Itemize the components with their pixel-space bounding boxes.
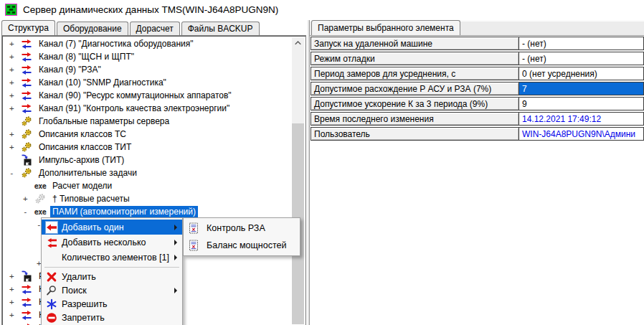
expand-toggle[interactable]: +: [9, 104, 21, 113]
expand-toggle[interactable]: +: [9, 285, 21, 294]
context-menu: Добавить один Добавить несколькоКоличест…: [41, 217, 183, 325]
tab-equipment[interactable]: Оборудование: [57, 22, 128, 35]
tree-item[interactable]: + Канал (8) "ЩСН и ЩПТ": [4, 50, 291, 63]
tab-structure[interactable]: Структура: [1, 20, 55, 35]
menu-item-label: Добавить один: [62, 222, 124, 232]
menu-item-label: Разрешить: [62, 299, 108, 309]
gears-icon: [21, 128, 32, 140]
asterisk-icon: [45, 298, 58, 311]
gears-gray-icon: [34, 193, 46, 204]
tree-item[interactable]: + Канал (7) "Диагностика оборудования": [4, 37, 291, 50]
submenu-arrow-icon: [174, 240, 177, 245]
tree-item[interactable]: + Описания классов ТС: [4, 128, 291, 141]
tree-item-label: Расчет модели: [50, 180, 114, 192]
gears-icon: [21, 116, 32, 127]
tree-item[interactable]: + Канал (91) "Контроль качества электроэ…: [4, 102, 291, 115]
blank-icon: [45, 251, 58, 264]
expand-toggle[interactable]: +: [9, 39, 21, 49]
right-tabbar: Параметры выбранного элемента: [310, 20, 644, 35]
channel-icon: [21, 322, 32, 325]
submenu-arrow-icon: [174, 225, 177, 230]
parameters-grid: Запуск на удаленной машине- (нет)Режим о…: [310, 35, 644, 325]
tree-item-label: Описания классов ТИТ: [37, 141, 133, 153]
tree-item-label: Канал (9) "РЗА": [37, 64, 103, 75]
expand-toggle[interactable]: +: [9, 91, 21, 100]
window-header: Сервер динамических данных TMS(WIN-J64A8…: [5, 2, 278, 17]
param-value[interactable]: WIN-J64A8PUGN9N\Админи: [519, 127, 644, 141]
param-label: Пользователь: [311, 127, 519, 141]
expand-toggle[interactable]: +: [9, 65, 21, 75]
tree-item[interactable]: + Канал (9) "РЗА": [4, 63, 291, 76]
param-label: Допустимое ускорение К за 3 периода (9%): [311, 97, 519, 110]
expand-toggle[interactable]: +: [9, 143, 21, 152]
expand-toggle[interactable]: +: [9, 130, 21, 139]
expand-toggle[interactable]: +: [23, 194, 34, 204]
tree-item[interactable]: + Канал (10) "SNMP Диагностика": [4, 76, 291, 89]
tree-item-label: Канал (90) "Ресурс коммутационных аппара…: [37, 90, 234, 101]
param-value[interactable]: - (нет): [519, 52, 644, 65]
tree-item[interactable]: Импульс-архив (ТИТ): [4, 154, 291, 166]
tree-item[interactable]: Глобальные параметры сервера: [4, 115, 291, 128]
param-value[interactable]: 7: [519, 82, 644, 95]
param-row-debug-mode: Режим отладки- (нет): [311, 52, 644, 67]
menu-item-deny[interactable]: Запретить: [42, 311, 182, 324]
expand-toggle[interactable]: +: [9, 78, 21, 88]
param-row-last-modified: Время последнего изменения14.12.2021 17:…: [311, 112, 644, 127]
expand-toggle[interactable]: +: [9, 272, 21, 281]
tree-scrollbar[interactable]: [292, 37, 304, 324]
tree-item-label: Дополнительные задачи: [37, 167, 139, 179]
tree-item-label: Канал (8) "ЩСН и ЩПТ": [37, 51, 136, 62]
expand-toggle[interactable]: -: [23, 207, 34, 217]
param-label: Время последнего изменения: [311, 112, 519, 126]
submenu-arrow-icon: [174, 255, 177, 260]
arrow-left-single-icon: [45, 221, 58, 234]
expand-toggle[interactable]: +: [9, 311, 21, 320]
menu-item-add-one[interactable]: Добавить один: [42, 220, 182, 235]
menu-item-element-count[interactable]: Количество элементов [1]: [42, 250, 182, 265]
menu-item-search[interactable]: Поиск: [42, 283, 182, 297]
tab-recalculation[interactable]: Дорасчет: [130, 22, 180, 35]
app-icon: [5, 4, 17, 16]
tab-parameters[interactable]: Параметры выбранного элемента: [311, 20, 460, 35]
tree-item[interactable]: + Канал (90) "Ресурс коммутационных аппа…: [4, 89, 291, 102]
param-value[interactable]: 14.12.2021 17:49:12: [519, 112, 644, 126]
search-icon: [45, 284, 58, 297]
tab-backup-files[interactable]: Файлы BACKUP: [181, 22, 260, 35]
expand-toggle[interactable]: +: [9, 52, 21, 62]
tree-item[interactable]: + † Типовые расчеты: [4, 192, 291, 205]
channel-icon: [21, 51, 32, 62]
scroll-up-button[interactable]: [292, 37, 304, 49]
submenu-item-control-rza[interactable]: Контроль РЗА: [184, 220, 300, 237]
menu-separator: [44, 267, 179, 268]
no-entry-icon: [45, 311, 58, 324]
tree-item[interactable]: exeРасчет модели: [4, 179, 291, 192]
chevron-up-icon: [295, 41, 301, 45]
menu-item-label: Запретить: [62, 313, 105, 323]
expand-toggle[interactable]: +: [9, 298, 21, 307]
param-value[interactable]: - (нет): [519, 37, 644, 50]
param-row-user: ПользовательWIN-J64A8PUGN9N\Админи: [311, 127, 644, 142]
tree-item[interactable]: - Дополнительные задачи: [4, 166, 291, 179]
param-value[interactable]: 0 (нет усреднения): [519, 67, 644, 80]
channel-icon: [21, 90, 32, 101]
submenu-item-power-balance[interactable]: Баланс мощностей: [184, 237, 300, 254]
menu-item-label: Добавить несколько: [62, 237, 146, 248]
param-label: Запуск на удаленной машине: [311, 37, 519, 50]
tree-item[interactable]: -exeПАМИ (автомониторинг измерений): [4, 205, 291, 218]
menu-item-label: Удалить: [62, 272, 96, 282]
menu-item-label: Поиск: [62, 286, 87, 296]
menu-item-label: Количество элементов [1]: [62, 253, 169, 263]
tree-item-label: Глобальные параметры сервера: [37, 116, 171, 127]
menu-item-delete[interactable]: Удалить: [42, 270, 182, 283]
expand-toggle[interactable]: -: [9, 169, 21, 178]
param-value[interactable]: 9: [519, 97, 644, 110]
menu-item-add-many[interactable]: Добавить несколько: [42, 235, 182, 250]
channel-icon: [21, 77, 32, 88]
submenu: Контроль РЗА Баланс мощностей: [183, 217, 300, 256]
exe-icon: exe: [34, 206, 46, 217]
channel-icon: [21, 296, 32, 308]
tree-item[interactable]: + Описания классов ТИТ: [4, 141, 291, 154]
tree-item-label: Описания классов ТС: [37, 128, 128, 140]
menu-item-allow[interactable]: Разрешить: [42, 297, 182, 311]
tree-item-label: † Типовые расчеты: [50, 193, 132, 204]
